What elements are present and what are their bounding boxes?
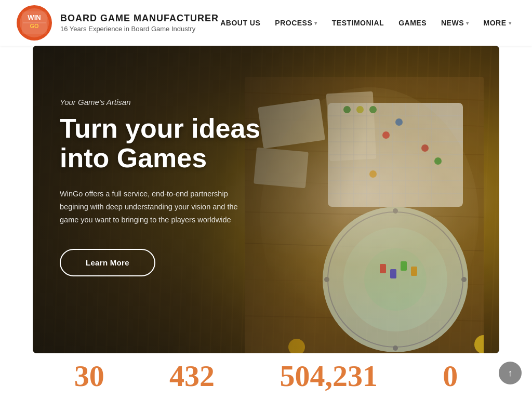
brand-subtitle: 16 Years Experience in Board Game Indust… xyxy=(60,25,219,33)
nav-more[interactable]: MORE ▾ xyxy=(484,19,512,27)
stat-number-1: 30 xyxy=(74,361,104,391)
brand-title: BOARD GAME MANUFACTURER xyxy=(60,13,219,24)
svg-text:WIN: WIN xyxy=(28,14,41,21)
main-nav: ABOUT US PROCESS ▾ TESTIMONIAL GAMES NEW… xyxy=(220,19,511,27)
site-header: WIN GO BOARD GAME MANUFACTURER 16 Years … xyxy=(0,0,532,46)
hero-headline: Turn your ideas into Games xyxy=(60,114,260,173)
hero-tagline: Your Game's Artisan xyxy=(60,98,260,107)
hero-description: WinGo offers a full service, end-to-end … xyxy=(60,188,252,226)
stat-number-3: 504,231 xyxy=(280,361,378,391)
logo-icon: WIN GO xyxy=(16,4,53,42)
scroll-to-top-button[interactable]: ↑ xyxy=(499,362,522,384)
logo-text-block: BOARD GAME MANUFACTURER 16 Years Experie… xyxy=(60,13,219,33)
chevron-down-icon-more: ▾ xyxy=(509,20,512,26)
stat-item-2: 432 xyxy=(169,361,215,391)
stats-section: 30 432 504,231 0 xyxy=(0,353,532,399)
hero-content: Your Game's Artisan Turn your ideas into… xyxy=(60,98,260,276)
nav-testimonial[interactable]: TESTIMONIAL xyxy=(332,19,384,27)
stat-number-4: 0 xyxy=(443,361,458,391)
chevron-down-icon-news: ▾ xyxy=(466,20,469,26)
nav-games[interactable]: GAMES xyxy=(398,19,427,27)
learn-more-button[interactable]: Learn More xyxy=(60,249,155,276)
logo-area[interactable]: WIN GO BOARD GAME MANUFACTURER 16 Years … xyxy=(16,4,219,42)
stat-item-1: 30 xyxy=(74,361,104,391)
stat-item-3: 504,231 xyxy=(280,361,378,391)
hero-section: Your Game's Artisan Turn your ideas into… xyxy=(33,46,499,353)
nav-news[interactable]: NEWS ▾ xyxy=(441,19,469,27)
stat-item-4: 0 xyxy=(443,361,458,391)
stat-number-2: 432 xyxy=(169,361,215,391)
nav-about-us[interactable]: ABOUT US xyxy=(220,19,260,27)
svg-text:GO: GO xyxy=(30,23,39,29)
arrow-up-icon: ↑ xyxy=(508,368,513,379)
chevron-down-icon: ▾ xyxy=(314,20,317,26)
nav-process[interactable]: PROCESS ▾ xyxy=(275,19,317,27)
